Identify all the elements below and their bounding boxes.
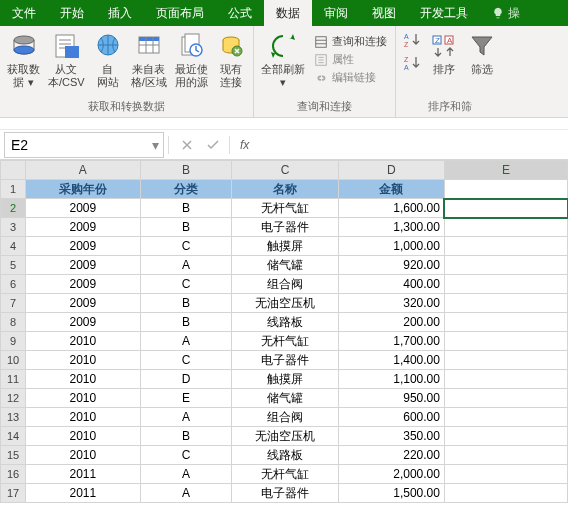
cell[interactable]: B (140, 294, 232, 313)
tab-view[interactable]: 视图 (360, 0, 408, 26)
column-header-A[interactable]: A (26, 161, 141, 180)
cell[interactable]: 2009 (26, 294, 141, 313)
cell[interactable]: 1,600.00 (338, 199, 444, 218)
cell[interactable]: A (140, 332, 232, 351)
cell[interactable]: 320.00 (338, 294, 444, 313)
cell[interactable]: 2009 (26, 256, 141, 275)
cell[interactable]: B (140, 313, 232, 332)
cell[interactable]: B (140, 218, 232, 237)
cell[interactable]: 无杆气缸 (232, 332, 338, 351)
cell[interactable]: 2010 (26, 427, 141, 446)
row-header[interactable]: 7 (1, 294, 26, 313)
sort-asc-button[interactable]: AZ (402, 31, 422, 52)
spreadsheet-grid[interactable]: ABCDE1采购年份分类名称金额22009B无杆气缸1,600.0032009B… (0, 160, 568, 503)
cell[interactable]: 2010 (26, 370, 141, 389)
row-header[interactable]: 3 (1, 218, 26, 237)
edit-links-button[interactable]: 编辑链接 (310, 69, 391, 86)
select-all-corner[interactable] (1, 161, 26, 180)
cell[interactable]: 1,500.00 (338, 484, 444, 503)
cell[interactable]: 350.00 (338, 427, 444, 446)
cell[interactable]: B (140, 427, 232, 446)
cell[interactable] (444, 446, 567, 465)
tab-formulas[interactable]: 公式 (216, 0, 264, 26)
row-header[interactable]: 4 (1, 237, 26, 256)
tab-home[interactable]: 开始 (48, 0, 96, 26)
tab-file[interactable]: 文件 (0, 0, 48, 26)
cell[interactable]: 电子器件 (232, 218, 338, 237)
cell[interactable]: 储气罐 (232, 389, 338, 408)
cell[interactable]: 2010 (26, 446, 141, 465)
row-header[interactable]: 12 (1, 389, 26, 408)
column-header-C[interactable]: C (232, 161, 338, 180)
cell[interactable] (444, 180, 567, 199)
get-data-button[interactable]: 获取数据 ▾ (4, 29, 43, 91)
cell[interactable]: 2010 (26, 408, 141, 427)
cell[interactable]: 950.00 (338, 389, 444, 408)
name-box[interactable]: ▾ (4, 132, 164, 158)
accept-formula-button[interactable] (203, 135, 223, 155)
cell[interactable]: A (140, 484, 232, 503)
cell[interactable]: 920.00 (338, 256, 444, 275)
cell[interactable] (444, 218, 567, 237)
cell[interactable]: 无杆气缸 (232, 465, 338, 484)
cell[interactable]: 2011 (26, 465, 141, 484)
existing-connections-button[interactable]: 现有连接 (213, 29, 249, 91)
column-header-D[interactable]: D (338, 161, 444, 180)
cell[interactable]: C (140, 275, 232, 294)
cell[interactable] (444, 237, 567, 256)
row-header[interactable]: 17 (1, 484, 26, 503)
tab-page-layout[interactable]: 页面布局 (144, 0, 216, 26)
cell[interactable] (444, 313, 567, 332)
chevron-down-icon[interactable]: ▾ (152, 137, 159, 153)
cell[interactable]: A (140, 408, 232, 427)
cell[interactable]: C (140, 237, 232, 256)
cell[interactable]: 2009 (26, 237, 141, 256)
queries-connections-button[interactable]: 查询和连接 (310, 33, 391, 50)
cell[interactable] (444, 465, 567, 484)
cell[interactable]: 220.00 (338, 446, 444, 465)
cell[interactable] (444, 275, 567, 294)
row-header[interactable]: 8 (1, 313, 26, 332)
recent-sources-button[interactable]: 最近使用的源 (172, 29, 211, 91)
refresh-all-button[interactable]: 全部刷新▾ (258, 29, 308, 91)
cell[interactable]: 400.00 (338, 275, 444, 294)
cell[interactable]: B (140, 199, 232, 218)
row-header[interactable]: 9 (1, 332, 26, 351)
row-header[interactable]: 6 (1, 275, 26, 294)
cell[interactable]: 线路板 (232, 446, 338, 465)
cell[interactable]: C (140, 351, 232, 370)
cell[interactable]: D (140, 370, 232, 389)
cell[interactable]: 1,100.00 (338, 370, 444, 389)
from-table-range-button[interactable]: 来自表格/区域 (128, 29, 170, 91)
cell[interactable] (444, 484, 567, 503)
cell[interactable]: 2009 (26, 199, 141, 218)
cell[interactable]: 无油空压机 (232, 294, 338, 313)
cell[interactable]: 1,400.00 (338, 351, 444, 370)
cell[interactable] (444, 199, 567, 218)
row-header[interactable]: 13 (1, 408, 26, 427)
row-header[interactable]: 2 (1, 199, 26, 218)
cell[interactable]: 线路板 (232, 313, 338, 332)
tab-insert[interactable]: 插入 (96, 0, 144, 26)
cell[interactable] (444, 351, 567, 370)
name-box-input[interactable] (11, 137, 157, 153)
cell[interactable]: 触摸屏 (232, 370, 338, 389)
row-header[interactable]: 5 (1, 256, 26, 275)
tab-tell-me[interactable]: 操 (480, 0, 532, 26)
cell[interactable]: 600.00 (338, 408, 444, 427)
fx-label[interactable]: fx (240, 138, 249, 152)
cell[interactable]: A (140, 256, 232, 275)
cell[interactable] (444, 294, 567, 313)
cell[interactable] (444, 408, 567, 427)
cell[interactable]: C (140, 446, 232, 465)
from-text-csv-button[interactable]: 从文本/CSV (45, 29, 88, 91)
row-header[interactable]: 15 (1, 446, 26, 465)
row-header[interactable]: 11 (1, 370, 26, 389)
cell[interactable] (444, 256, 567, 275)
cell[interactable]: E (140, 389, 232, 408)
header-cell[interactable]: 分类 (140, 180, 232, 199)
cell[interactable]: 2009 (26, 313, 141, 332)
cell[interactable]: 2010 (26, 389, 141, 408)
cell[interactable]: 2009 (26, 218, 141, 237)
from-web-button[interactable]: 自网站 (90, 29, 126, 91)
